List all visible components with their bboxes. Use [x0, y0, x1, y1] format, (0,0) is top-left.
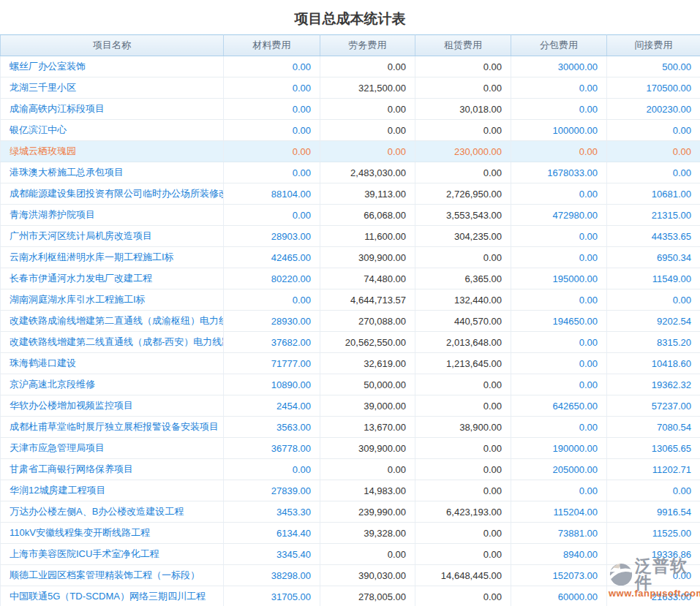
project-name-cell[interactable]: 珠海鹤港口建设: [1, 353, 224, 374]
material-cost-cell[interactable]: 0.00: [224, 459, 320, 480]
project-name-cell[interactable]: 甘肃省工商银行网络保养项目: [1, 459, 224, 480]
project-name-cell[interactable]: 长春市伊通河水力发电厂改建工程: [1, 268, 224, 289]
subcontract-cost-cell[interactable]: 642650.00: [511, 395, 607, 417]
subcontract-cost-cell[interactable]: 73881.00: [511, 523, 607, 544]
subcontract-cost-cell[interactable]: 30000.00: [511, 56, 607, 77]
indirect-cost-cell[interactable]: 11549.00: [607, 268, 700, 289]
material-cost-cell[interactable]: 0.00: [224, 141, 320, 162]
subcontract-cost-cell[interactable]: 152073.00: [511, 565, 607, 586]
subcontract-cost-cell[interactable]: 0.00: [511, 226, 607, 247]
subcontract-cost-cell[interactable]: 190000.00: [511, 438, 607, 459]
subcontract-cost-cell[interactable]: 0.00: [511, 374, 607, 395]
project-name-cell[interactable]: 螺丝厂办公室装饰: [1, 56, 224, 77]
material-cost-cell[interactable]: 6134.40: [224, 523, 320, 544]
material-cost-cell[interactable]: 10890.00: [224, 374, 320, 395]
material-cost-cell[interactable]: 3563.00: [224, 417, 320, 438]
subcontract-cost-cell[interactable]: 60000.00: [511, 586, 607, 606]
subcontract-cost-cell[interactable]: 472980.00: [511, 205, 607, 226]
subcontract-cost-cell[interactable]: 0.00: [511, 141, 607, 162]
indirect-cost-cell[interactable]: 19336.86: [607, 544, 700, 565]
material-cost-cell[interactable]: 0.00: [224, 205, 320, 226]
material-cost-cell[interactable]: 0.00: [224, 289, 320, 311]
indirect-cost-cell[interactable]: 11525.00: [607, 523, 700, 544]
material-cost-cell[interactable]: 80220.00: [224, 268, 320, 289]
project-name-cell[interactable]: 110kV安徽线程集变开断线路工程: [1, 523, 224, 544]
indirect-cost-cell[interactable]: 200230.00: [607, 99, 700, 120]
subcontract-cost-cell[interactable]: 8940.00: [511, 544, 607, 565]
subcontract-cost-cell[interactable]: 100000.00: [511, 120, 607, 141]
project-name-cell[interactable]: 云南水利枢纽潜明水库一期工程施工I标: [1, 247, 224, 268]
indirect-cost-cell[interactable]: 500.00: [607, 56, 700, 77]
indirect-cost-cell[interactable]: 57237.00: [607, 395, 700, 417]
indirect-cost-cell[interactable]: 0.00: [607, 565, 700, 586]
subcontract-cost-cell[interactable]: 0.00: [511, 289, 607, 311]
project-name-cell[interactable]: 青海洪湖养护院项目: [1, 205, 224, 226]
project-name-cell[interactable]: 顺德工业园区档案管理精装饰工程（一标段）: [1, 565, 224, 586]
subcontract-cost-cell[interactable]: 0.00: [511, 183, 607, 205]
indirect-cost-cell[interactable]: 0.00: [607, 480, 700, 501]
indirect-cost-cell[interactable]: 9916.54: [607, 501, 700, 523]
project-name-cell[interactable]: 港珠澳大桥施工总承包项目: [1, 162, 224, 183]
material-cost-cell[interactable]: 42465.00: [224, 247, 320, 268]
project-name-cell[interactable]: 中国联通5G（TD-SCDMA）网络三期四川工程: [1, 586, 224, 606]
subcontract-cost-cell[interactable]: 205000.00: [511, 459, 607, 480]
project-name-cell[interactable]: 成都杜甫草堂临时展厅独立展柜报警设备安装项目: [1, 417, 224, 438]
material-cost-cell[interactable]: 88104.00: [224, 183, 320, 205]
material-cost-cell[interactable]: 0.00: [224, 77, 320, 99]
indirect-cost-cell[interactable]: 0.00: [607, 289, 700, 311]
indirect-cost-cell[interactable]: 21633.00: [607, 586, 700, 606]
indirect-cost-cell[interactable]: 11202.71: [607, 459, 700, 480]
subcontract-cost-cell[interactable]: 194650.00: [511, 311, 607, 332]
material-cost-cell[interactable]: 37682.00: [224, 332, 320, 353]
subcontract-cost-cell[interactable]: 1678033.00: [511, 162, 607, 183]
material-cost-cell[interactable]: 3345.40: [224, 544, 320, 565]
subcontract-cost-cell[interactable]: 0.00: [511, 247, 607, 268]
material-cost-cell[interactable]: 0.00: [224, 56, 320, 77]
subcontract-cost-cell[interactable]: 0.00: [511, 417, 607, 438]
material-cost-cell[interactable]: 28903.00: [224, 226, 320, 247]
subcontract-cost-cell[interactable]: 0.00: [511, 99, 607, 120]
project-name-cell[interactable]: 京沪高速北京段维修: [1, 374, 224, 395]
material-cost-cell[interactable]: 27839.00: [224, 480, 320, 501]
project-name-cell[interactable]: 绿城云栖玫瑰园: [1, 141, 224, 162]
project-name-cell[interactable]: 改建铁路成渝线增建第二直通线（成渝枢纽）电力线路: [1, 311, 224, 332]
subcontract-cost-cell[interactable]: 0.00: [511, 77, 607, 99]
material-cost-cell[interactable]: 0.00: [224, 120, 320, 141]
material-cost-cell[interactable]: 28930.00: [224, 311, 320, 332]
project-name-cell[interactable]: 龙湖三千里小区: [1, 77, 224, 99]
material-cost-cell[interactable]: 0.00: [224, 162, 320, 183]
indirect-cost-cell[interactable]: 170500.00: [607, 77, 700, 99]
material-cost-cell[interactable]: 3453.30: [224, 501, 320, 523]
indirect-cost-cell[interactable]: 44353.65: [607, 226, 700, 247]
project-name-cell[interactable]: 万达办公楼左侧A、B办公楼改造建设工程: [1, 501, 224, 523]
material-cost-cell[interactable]: 38298.00: [224, 565, 320, 586]
project-name-cell[interactable]: 成渝高铁内江标段项目: [1, 99, 224, 120]
subcontract-cost-cell[interactable]: 0.00: [511, 480, 607, 501]
indirect-cost-cell[interactable]: 0.00: [607, 141, 700, 162]
indirect-cost-cell[interactable]: 8315.20: [607, 332, 700, 353]
indirect-cost-cell[interactable]: 21315.00: [607, 205, 700, 226]
material-cost-cell[interactable]: 36778.00: [224, 438, 320, 459]
indirect-cost-cell[interactable]: 13065.65: [607, 438, 700, 459]
material-cost-cell[interactable]: 0.00: [224, 99, 320, 120]
project-name-cell[interactable]: 湖南洞庭湖水库引水工程施工I标: [1, 289, 224, 311]
project-name-cell[interactable]: 成都能源建设集团投资有限公司临时办公场所装修改造: [1, 183, 224, 205]
indirect-cost-cell[interactable]: 9202.54: [607, 311, 700, 332]
indirect-cost-cell[interactable]: 0.00: [607, 162, 700, 183]
indirect-cost-cell[interactable]: 7080.54: [607, 417, 700, 438]
project-name-cell[interactable]: 改建铁路线增建第二线直通线（成都-西安）电力线路: [1, 332, 224, 353]
project-name-cell[interactable]: 华润12城房建工程项目: [1, 480, 224, 501]
project-name-cell[interactable]: 广州市天河区统计局机房改造项目: [1, 226, 224, 247]
indirect-cost-cell[interactable]: 19362.32: [607, 374, 700, 395]
material-cost-cell[interactable]: 71777.00: [224, 353, 320, 374]
indirect-cost-cell[interactable]: 10418.60: [607, 353, 700, 374]
material-cost-cell[interactable]: 31705.00: [224, 586, 320, 606]
project-name-cell[interactable]: 银亿滨江中心: [1, 120, 224, 141]
indirect-cost-cell[interactable]: 10681.00: [607, 183, 700, 205]
material-cost-cell[interactable]: 2454.00: [224, 395, 320, 417]
project-name-cell[interactable]: 天津市应急管理局项目: [1, 438, 224, 459]
subcontract-cost-cell[interactable]: 115204.00: [511, 501, 607, 523]
subcontract-cost-cell[interactable]: 0.00: [511, 332, 607, 353]
project-name-cell[interactable]: 上海市美容医院ICU手术室净化工程: [1, 544, 224, 565]
indirect-cost-cell[interactable]: 0.00: [607, 120, 700, 141]
